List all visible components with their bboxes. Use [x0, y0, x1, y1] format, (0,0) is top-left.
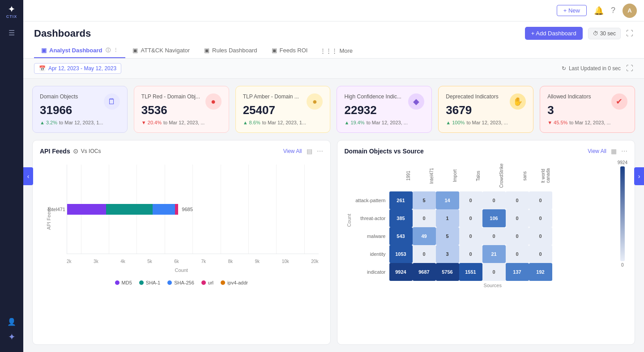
more-tab[interactable]: ⋮⋮⋮ More: [315, 44, 358, 58]
card-icon: 🗒: [104, 93, 120, 110]
stat-card[interactable]: Deprecated Indicators 3679 ✋ ▲ 100% to M…: [438, 86, 533, 133]
heatmap-cell[interactable]: 0: [482, 263, 506, 281]
heatmap-y-label: Count: [345, 214, 354, 227]
chart-subtitle: Vs IOCs: [81, 148, 101, 154]
trend-arrow: ▲ 19.4%: [344, 120, 364, 125]
heatmap-cell[interactable]: 1053: [389, 245, 413, 263]
heatmap-cell[interactable]: 0: [506, 209, 529, 227]
heatmap-cell[interactable]: 192: [529, 263, 552, 281]
date-range-picker[interactable]: 📅 Apr 12, 2023 - May 12, 2023: [34, 63, 121, 74]
heatmap-cell[interactable]: 0: [459, 245, 482, 263]
new-button[interactable]: + New: [557, 5, 587, 16]
heatmap-row: attack-pattern2615140000: [354, 191, 552, 209]
heatmap-cell[interactable]: 261: [389, 191, 413, 209]
hamburger-icon[interactable]: ☰: [9, 29, 15, 37]
stat-card[interactable]: High Confidence Indic... 22932 ◆ ▲ 19.4%…: [337, 86, 432, 133]
heatmap-cell[interactable]: 3: [436, 245, 459, 263]
stat-card[interactable]: Domain Objects 31966 🗒 ▲ 3.2% to Mar 12,…: [32, 86, 128, 133]
heatmap-cell[interactable]: 49: [413, 227, 436, 245]
heatmap-cell[interactable]: 0: [506, 191, 529, 209]
calendar-icon: 📅: [39, 65, 46, 72]
heatmap-cell[interactable]: 5756: [436, 263, 459, 281]
tab-menu-icon[interactable]: ⋮: [113, 47, 118, 53]
last-updated[interactable]: ↻ Last Updated in 0 sec: [562, 65, 621, 72]
tab-rules-dashboard[interactable]: ▣ Rules Dashboard: [197, 43, 264, 58]
sidebar-logo[interactable]: ✦ CTIX: [6, 4, 17, 19]
trend-arrow: ▼ 20.4%: [141, 120, 162, 125]
scroll-left-button[interactable]: ‹: [23, 167, 33, 185]
heatmap-cell[interactable]: 0: [529, 209, 552, 227]
heatmap-cell[interactable]: 0: [459, 191, 482, 209]
heatmap-cell[interactable]: 543: [389, 227, 413, 245]
heatmap-cell[interactable]: 0: [506, 227, 529, 245]
trend-text: to Mar 12, 2023, 1...: [262, 120, 306, 125]
heatmap-cell[interactable]: 14: [436, 191, 459, 209]
card-icon: ✔: [611, 93, 627, 110]
trend-arrow: ▲ 8.6%: [243, 120, 260, 125]
users-icon[interactable]: 👤: [7, 318, 16, 326]
heatmap-col-header: Intel471: [413, 160, 436, 191]
heatmap-cell[interactable]: 21: [482, 245, 506, 263]
heatmap-cell[interactable]: 0: [482, 191, 506, 209]
chart-filter-icon[interactable]: ⊙: [73, 148, 78, 155]
avatar[interactable]: A: [623, 4, 637, 18]
heatmap-cell[interactable]: 0: [506, 245, 529, 263]
heatmap-cell[interactable]: 0: [529, 191, 552, 209]
x-axis-labels: 2k3k4k5k6k7k8k9k10k20k: [67, 259, 319, 264]
heatmap-cell[interactable]: 106: [482, 209, 506, 227]
page-title: Dashboards: [34, 28, 91, 39]
card-icon: ✋: [510, 93, 526, 110]
date-row: 📅 Apr 12, 2023 - May 12, 2023 ↻ Last Upd…: [23, 59, 644, 79]
heatmap-cell[interactable]: 0: [459, 227, 482, 245]
tab-attck-navigator[interactable]: ▣ ATT&CK Navigator: [125, 43, 197, 58]
bar-row-label: Intel471: [39, 207, 65, 212]
scroll-right-button[interactable]: ›: [634, 167, 644, 185]
legend-url: url: [201, 280, 213, 285]
card-trend: ▲ 8.6% to Mar 12, 2023, 1...: [243, 120, 323, 125]
heatmap-cell[interactable]: 5: [436, 227, 459, 245]
notifications-icon[interactable]: 🔔: [594, 6, 604, 16]
heatmap-cell[interactable]: 0: [413, 245, 436, 263]
refresh-label: 30 sec: [600, 30, 616, 37]
tab-info-icon: ⓘ: [106, 47, 111, 54]
stat-card[interactable]: Allowed Indicators 3 ✔ ▼ 45.5% to Mar 12…: [540, 86, 635, 133]
heatmap-row: identity10530302100: [354, 245, 552, 263]
heatmap-chart: Domain Objects vs Source View All ▦ ⋯ Co…: [337, 140, 635, 345]
heatmap-cell[interactable]: 1: [436, 209, 459, 227]
card-trend: ▼ 20.4% to Mar 12, 2023, ...: [141, 120, 222, 125]
chart-layout-icon[interactable]: ▤: [307, 148, 312, 155]
stat-card[interactable]: TLP Red - Domain Obj... 3536 ● ▼ 20.4% t…: [134, 86, 229, 133]
heatmap-cell[interactable]: 1551: [459, 263, 482, 281]
help-icon[interactable]: ?: [611, 6, 615, 15]
heatmap-cell[interactable]: 9687: [413, 263, 436, 281]
last-updated-label: Last Updated in 0 sec: [569, 65, 621, 72]
tab-label: Analyst Dashboard: [49, 47, 102, 54]
dashboard-header: Dashboards + Add Dashboard ⏱ 30 sec ⛶ ▣ …: [23, 21, 644, 59]
heatmap-cell[interactable]: 0: [413, 209, 436, 227]
tab-analyst-dashboard[interactable]: ▣ Analyst Dashboard ⓘ ⋮: [34, 43, 125, 58]
chart-more-icon[interactable]: ⋯: [317, 148, 323, 155]
card-trend: ▲ 100% to Mar 12, 2023, ...: [446, 120, 526, 125]
tab-feeds-roi[interactable]: ▣ Feeds ROI: [264, 43, 315, 58]
heatmap-cell[interactable]: 137: [506, 263, 529, 281]
heatmap-row-label: attack-pattern: [354, 191, 389, 209]
refresh-badge[interactable]: ⏱ 30 sec: [588, 28, 621, 39]
heatmap-cell[interactable]: 0: [529, 227, 552, 245]
heatmap-cell[interactable]: 0: [482, 227, 506, 245]
heatmap-cell[interactable]: 385: [389, 209, 413, 227]
heatmap-view-all[interactable]: View All: [588, 148, 606, 154]
fullscreen-icon[interactable]: ⛶: [626, 64, 633, 72]
heatmap-cell[interactable]: 5: [413, 191, 436, 209]
heatmap-cell[interactable]: 0: [529, 245, 552, 263]
heatmap-layout-icon[interactable]: ▦: [611, 148, 617, 155]
add-dashboard-button[interactable]: + Add Dashboard: [525, 27, 583, 40]
heatmap-more-icon[interactable]: ⋯: [621, 148, 627, 155]
heatmap-cell[interactable]: 9924: [389, 263, 413, 281]
view-all-link[interactable]: View All: [283, 148, 302, 154]
heatmap-cell[interactable]: 0: [459, 209, 482, 227]
heatmap-col-header: CrowdStrike: [482, 160, 506, 191]
chart-title: API Feeds ⊙ Vs IOCs: [40, 148, 101, 155]
topbar: + New 🔔 ? A: [23, 0, 644, 21]
expand-icon[interactable]: ⛶: [626, 30, 633, 38]
stat-card[interactable]: TLP Amber - Domain ... 25407 ● ▲ 8.6% to…: [235, 86, 331, 133]
